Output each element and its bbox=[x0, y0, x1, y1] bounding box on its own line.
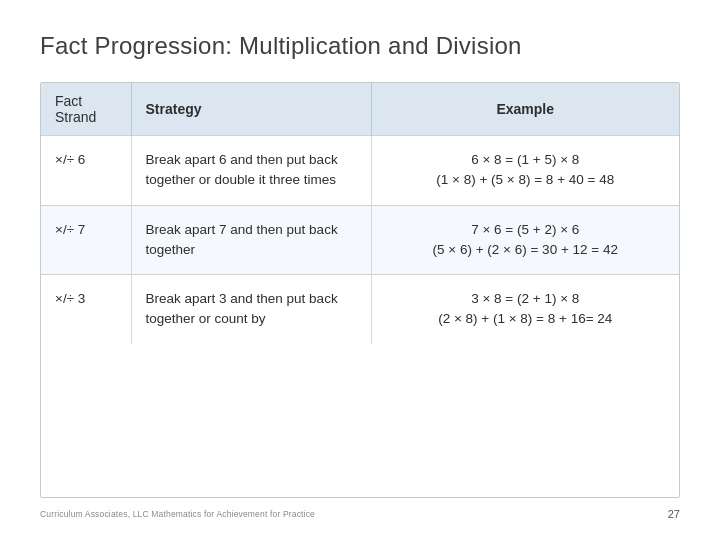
cell-strand: ×/÷ 7 bbox=[41, 205, 131, 275]
cell-example: 6 × 8 = (1 + 5) × 8(1 × 8) + (5 × 8) = 8… bbox=[371, 136, 679, 206]
table-wrapper: Fact Strand Strategy Example ×/÷ 6Break … bbox=[40, 82, 680, 498]
slide: Fact Progression: Multiplication and Div… bbox=[0, 0, 720, 540]
footer-page: 27 bbox=[668, 508, 680, 520]
table-row: ×/÷ 3Break apart 3 and then put back tog… bbox=[41, 275, 679, 344]
header-example: Example bbox=[371, 83, 679, 136]
slide-title: Fact Progression: Multiplication and Div… bbox=[40, 32, 680, 60]
cell-strand: ×/÷ 3 bbox=[41, 275, 131, 344]
header-strand: Fact Strand bbox=[41, 83, 131, 136]
footer-copyright: Curriculum Associates, LLC Mathematics f… bbox=[40, 509, 315, 519]
cell-strategy: Break apart 7 and then put back together bbox=[131, 205, 371, 275]
cell-example: 7 × 6 = (5 + 2) × 6(5 × 6) + (2 × 6) = 3… bbox=[371, 205, 679, 275]
cell-example: 3 × 8 = (2 + 1) × 8(2 × 8) + (1 × 8) = 8… bbox=[371, 275, 679, 344]
table-row: ×/÷ 6Break apart 6 and then put back tog… bbox=[41, 136, 679, 206]
table-header-row: Fact Strand Strategy Example bbox=[41, 83, 679, 136]
table-row: ×/÷ 7Break apart 7 and then put back tog… bbox=[41, 205, 679, 275]
cell-strand: ×/÷ 6 bbox=[41, 136, 131, 206]
footer: Curriculum Associates, LLC Mathematics f… bbox=[40, 508, 680, 520]
header-strategy: Strategy bbox=[131, 83, 371, 136]
cell-strategy: Break apart 6 and then put back together… bbox=[131, 136, 371, 206]
fact-table: Fact Strand Strategy Example ×/÷ 6Break … bbox=[41, 83, 679, 344]
cell-strategy: Break apart 3 and then put back together… bbox=[131, 275, 371, 344]
